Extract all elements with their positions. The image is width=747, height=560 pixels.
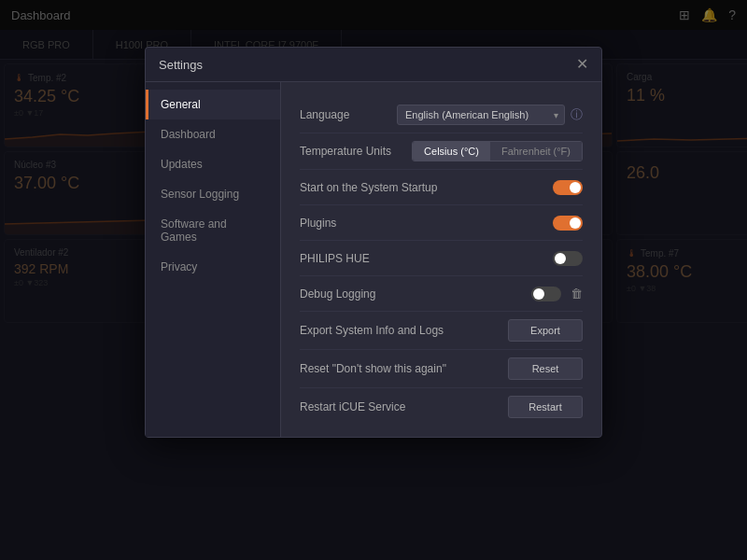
plugins-label: Plugins: [300, 217, 336, 230]
modal-title: Settings: [159, 58, 203, 72]
nav-item-dashboard[interactable]: Dashboard: [146, 119, 280, 149]
reset-label: Reset "Don't show this again": [300, 362, 446, 375]
setting-row-restart: Restart iCUE Service Restart: [300, 388, 583, 426]
temperature-control: Celsius (°C) Fahrenheit (°F): [412, 141, 583, 161]
export-control: Export: [508, 319, 583, 342]
startup-label: Start on the System Startup: [300, 181, 437, 194]
nav-item-general[interactable]: General: [146, 90, 280, 119]
nav-item-software-games[interactable]: Software and Games: [146, 209, 280, 252]
restart-label: Restart iCUE Service: [300, 400, 405, 413]
export-button[interactable]: Export: [508, 319, 583, 342]
reset-control: Reset: [508, 357, 583, 380]
plugins-toggle[interactable]: [553, 216, 583, 231]
restart-control: Restart: [508, 396, 583, 418]
toggle-knob: [533, 288, 544, 300]
nav-item-sensor-logging[interactable]: Sensor Logging: [146, 179, 280, 209]
toggle-knob: [555, 253, 566, 264]
plugins-control: [553, 216, 583, 231]
language-select-wrapper: English (American English) Español Franç…: [397, 105, 565, 125]
modal-header: Settings ✕: [146, 48, 601, 82]
temperature-unit-toggle: Celsius (°C) Fahrenheit (°F): [412, 141, 583, 161]
modal-close-button[interactable]: ✕: [576, 57, 588, 72]
nav-item-privacy[interactable]: Privacy: [146, 252, 280, 282]
nav-item-updates[interactable]: Updates: [146, 149, 280, 179]
language-label: Language: [300, 108, 349, 121]
reset-button[interactable]: Reset: [508, 357, 583, 380]
language-select[interactable]: English (American English) Español Franç…: [397, 105, 565, 125]
settings-modal: Settings ✕ General Dashboard Updates Sen…: [145, 47, 602, 438]
debug-logging-control: 🗑: [531, 287, 583, 301]
philips-hue-toggle[interactable]: [553, 251, 583, 266]
startup-toggle[interactable]: [553, 180, 583, 195]
startup-control: [553, 180, 583, 195]
modal-content: Language English (American English) Espa…: [281, 82, 601, 437]
setting-row-philips-hue: PHILIPS HUE: [300, 241, 583, 276]
fahrenheit-button[interactable]: Fahrenheit (°F): [490, 142, 582, 161]
toggle-knob: [570, 182, 581, 193]
trash-icon[interactable]: 🗑: [571, 287, 583, 301]
temperature-units-label: Temperature Units: [300, 145, 391, 158]
language-control: English (American English) Español Franç…: [397, 105, 583, 125]
setting-row-reset: Reset "Don't show this again" Reset: [300, 350, 583, 388]
philips-hue-control: [553, 251, 583, 266]
restart-button[interactable]: Restart: [508, 396, 583, 418]
setting-row-language: Language English (American English) Espa…: [300, 97, 583, 133]
setting-row-startup: Start on the System Startup: [300, 170, 583, 205]
setting-row-debug-logging: Debug Logging 🗑: [300, 276, 583, 312]
setting-row-temperature: Temperature Units Celsius (°C) Fahrenhei…: [300, 133, 583, 170]
modal-nav: General Dashboard Updates Sensor Logging…: [146, 82, 281, 437]
setting-row-export: Export System Info and Logs Export: [300, 312, 583, 350]
setting-row-plugins: Plugins: [300, 205, 583, 241]
debug-logging-toggle[interactable]: [531, 287, 561, 301]
info-icon[interactable]: ⓘ: [571, 106, 583, 123]
export-label: Export System Info and Logs: [300, 324, 444, 337]
toggle-knob: [570, 217, 581, 229]
philips-hue-label: PHILIPS HUE: [300, 252, 370, 265]
modal-body: General Dashboard Updates Sensor Logging…: [146, 82, 601, 437]
celsius-button[interactable]: Celsius (°C): [413, 142, 490, 161]
debug-logging-label: Debug Logging: [300, 287, 375, 301]
